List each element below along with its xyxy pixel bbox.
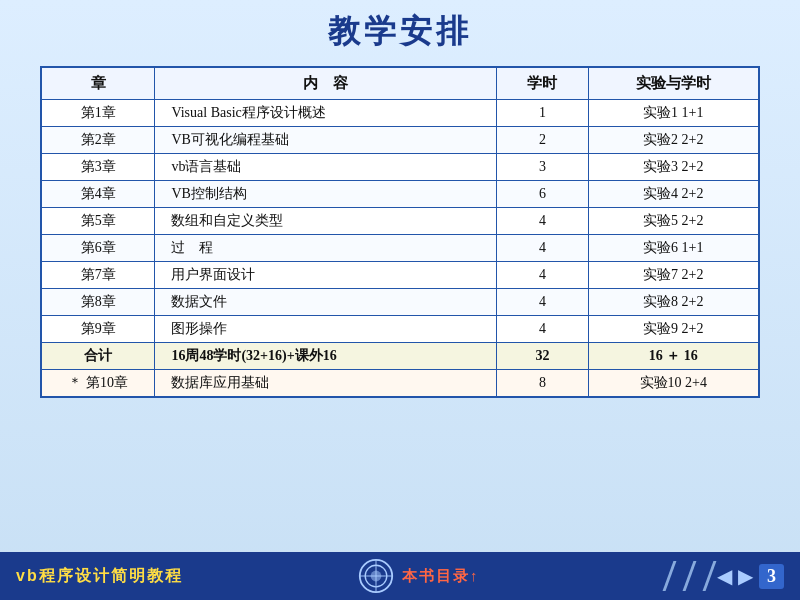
table-row: 第5章数组和自定义类型4实验5 2+2 [41,208,759,235]
cell-chapter: 第4章 [41,181,155,208]
cell-lab: 实验5 2+2 [588,208,759,235]
cell-lab: 实验7 2+2 [588,262,759,289]
cell-hours: 4 [497,316,588,343]
cell-chapter: ＊ 第10章 [41,370,155,398]
decorative-lines [655,561,711,591]
cell-hours: 6 [497,181,588,208]
schedule-table: 章 内 容 学时 实验与学时 第1章Visual Basic程序设计概述1实验1… [40,66,760,398]
cell-hours: 32 [497,343,588,370]
cell-lab: 实验6 1+1 [588,235,759,262]
table-row: 第1章Visual Basic程序设计概述1实验1 1+1 [41,100,759,127]
menu-label[interactable]: 本书目录↑ [402,567,480,586]
table-row: ＊ 第10章数据库应用基础8实验10 2+4 [41,370,759,398]
cell-content: VB控制结构 [155,181,497,208]
table-row: 第7章用户界面设计4实验7 2+2 [41,262,759,289]
cell-chapter: 第6章 [41,235,155,262]
header-content: 内 容 [155,67,497,100]
table-row: 第3章vb语言基础3实验3 2+2 [41,154,759,181]
cell-lab: 16 ＋ 16 [588,343,759,370]
cell-content: 数据文件 [155,289,497,316]
bottom-right: ◀ ▶ 3 [655,561,784,591]
cell-content: 用户界面设计 [155,262,497,289]
header-lab: 实验与学时 [588,67,759,100]
logo-icon [358,558,394,594]
cell-lab: 实验4 2+2 [588,181,759,208]
bottom-title: vb程序设计简明教程 [16,566,183,587]
cell-hours: 4 [497,262,588,289]
page-title: 教学安排 [328,10,472,54]
cell-hours: 1 [497,100,588,127]
table-row: 第9章图形操作4实验9 2+2 [41,316,759,343]
table-row: 合计16周48学时(32+16)+课外163216 ＋ 16 [41,343,759,370]
header-chapter: 章 [41,67,155,100]
cell-hours: 4 [497,208,588,235]
next-button[interactable]: ▶ [738,564,753,588]
cell-hours: 4 [497,235,588,262]
cell-content: 16周48学时(32+16)+课外16 [155,343,497,370]
table-row: 第4章VB控制结构6实验4 2+2 [41,181,759,208]
header-hours: 学时 [497,67,588,100]
cell-content: VB可视化编程基础 [155,127,497,154]
cell-chapter: 第8章 [41,289,155,316]
cell-lab: 实验3 2+2 [588,154,759,181]
cell-chapter: 第5章 [41,208,155,235]
cell-chapter: 第2章 [41,127,155,154]
cell-chapter: 第7章 [41,262,155,289]
cell-hours: 2 [497,127,588,154]
bottom-center: 本书目录↑ [183,558,655,594]
table-row: 第8章数据文件4实验8 2+2 [41,289,759,316]
cell-content: 数据库应用基础 [155,370,497,398]
table-row: 第2章VB可视化编程基础2实验2 2+2 [41,127,759,154]
cell-content: 过 程 [155,235,497,262]
cell-content: Visual Basic程序设计概述 [155,100,497,127]
cell-lab: 实验10 2+4 [588,370,759,398]
cell-hours: 8 [497,370,588,398]
prev-button[interactable]: ◀ [717,564,732,588]
cell-chapter: 第3章 [41,154,155,181]
bottom-bar: vb程序设计简明教程 本书目录↑ ◀ ▶ 3 [0,552,800,600]
cell-lab: 实验9 2+2 [588,316,759,343]
table-row: 第6章过 程4实验6 1+1 [41,235,759,262]
cell-lab: 实验8 2+2 [588,289,759,316]
cell-lab: 实验1 1+1 [588,100,759,127]
cell-chapter: 第1章 [41,100,155,127]
cell-content: 数组和自定义类型 [155,208,497,235]
cell-chapter: 第9章 [41,316,155,343]
cell-chapter: 合计 [41,343,155,370]
cell-hours: 4 [497,289,588,316]
page-container: 教学安排 章 内 容 学时 实验与学时 第1章Visual Basic程序设计概… [0,0,800,600]
cell-content: 图形操作 [155,316,497,343]
cell-hours: 3 [497,154,588,181]
cell-content: vb语言基础 [155,154,497,181]
page-number: 3 [759,564,784,589]
cell-lab: 实验2 2+2 [588,127,759,154]
